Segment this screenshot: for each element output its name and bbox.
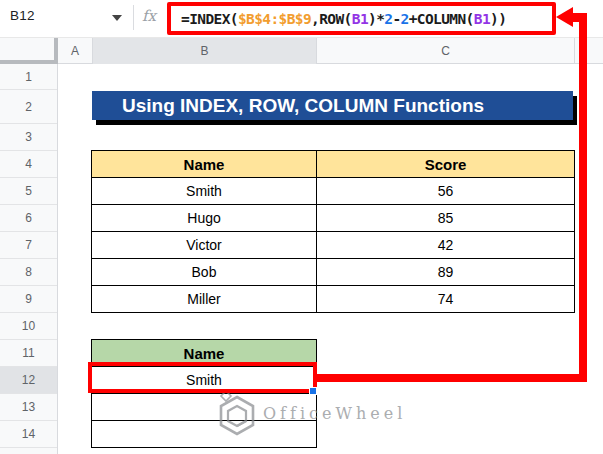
fill-handle[interactable]: [309, 387, 317, 395]
column-header-c[interactable]: C: [316, 38, 574, 64]
cell-c7[interactable]: 42: [317, 232, 575, 259]
fx-icon: fx: [142, 7, 156, 25]
row-header-11[interactable]: 11: [0, 340, 57, 367]
spreadsheet-app: B12 fx =INDEX($B$4:$B$9,ROW(B1)*2-2+COLU…: [0, 0, 603, 454]
row-header-14[interactable]: 14: [0, 421, 57, 448]
arrow-line-stub: [571, 13, 587, 22]
cell-b7[interactable]: Victor: [92, 232, 317, 259]
row-header-9[interactable]: 9: [0, 286, 57, 313]
row-header-15[interactable]: 15: [0, 448, 57, 454]
table-row: Smith 56: [92, 178, 575, 205]
row-header-13[interactable]: 13: [0, 394, 57, 421]
scores-table: Name Score Smith 56 Hugo 85 Victor 42 Bo…: [91, 150, 575, 313]
row-header-10[interactable]: 10: [0, 313, 57, 340]
cell-b5[interactable]: Smith: [92, 178, 317, 205]
formula-token: )*: [368, 11, 384, 27]
header-cell-score[interactable]: Score: [317, 151, 575, 178]
cell-b8[interactable]: Bob: [92, 259, 317, 286]
toolbar-divider: [133, 5, 134, 30]
row-header-4[interactable]: 4: [0, 151, 57, 178]
arrow-line-vertical: [579, 13, 587, 382]
cell-c8[interactable]: 89: [317, 259, 575, 286]
formula-token-number: 2: [401, 11, 409, 27]
arrow-line-horizontal: [313, 374, 587, 382]
table-row: [92, 421, 317, 448]
column-header-a[interactable]: A: [58, 38, 92, 64]
header-cell-name[interactable]: Name: [92, 151, 317, 178]
cell-b14[interactable]: [92, 421, 317, 448]
formula-token: -: [392, 11, 400, 27]
formula-token-ref: B1: [352, 11, 368, 27]
row-header-2[interactable]: 2: [0, 90, 57, 124]
cell-b6[interactable]: Hugo: [92, 205, 317, 232]
formula-token-ref: B1: [474, 11, 490, 27]
formula-token: ,ROW(: [311, 11, 352, 27]
arrow-head-icon: [556, 7, 573, 27]
row-header-3[interactable]: 3: [0, 124, 57, 151]
row-header-1[interactable]: 1: [0, 64, 57, 90]
name-box[interactable]: B12: [10, 8, 35, 23]
table-row: Hugo 85: [92, 205, 575, 232]
formula-token-range: $B$4:$B$9: [238, 11, 311, 27]
row-header-8[interactable]: 8: [0, 259, 57, 286]
table-row: Miller 74: [92, 286, 575, 313]
table-row: [92, 394, 317, 421]
formula-toolbar: B12 fx =INDEX($B$4:$B$9,ROW(B1)*2-2+COLU…: [0, 0, 603, 36]
table-header-row: Name Score: [92, 151, 575, 178]
cell-highlight-box: [88, 362, 317, 393]
column-header-strip: A B C: [0, 37, 603, 64]
table-row: Bob 89: [92, 259, 575, 286]
formula-token: +COLUMN(: [409, 11, 474, 27]
result-table: Name Smith: [91, 339, 317, 448]
column-header-b[interactable]: B: [92, 38, 316, 64]
select-all-corner[interactable]: [0, 38, 58, 64]
cell-b9[interactable]: Miller: [92, 286, 317, 313]
row-header-6[interactable]: 6: [0, 205, 57, 232]
formula-token: =INDEX(: [181, 11, 238, 27]
row-header-5[interactable]: 5: [0, 178, 57, 205]
title-banner-cell[interactable]: Using INDEX, ROW, COLUMN Functions: [92, 91, 573, 120]
row-header-7[interactable]: 7: [0, 232, 57, 259]
table-row: Victor 42: [92, 232, 575, 259]
cell-c9[interactable]: 74: [317, 286, 575, 313]
cell-b13[interactable]: [92, 394, 317, 421]
formula-token: )): [490, 11, 506, 27]
row-header-strip: 1 2 3 4 5 6 7 8 9 10 11 12 13 14 15: [0, 64, 58, 454]
cell-c6[interactable]: 85: [317, 205, 575, 232]
name-box-dropdown-icon[interactable]: [112, 15, 122, 21]
cell-c5[interactable]: 56: [317, 178, 575, 205]
row-header-12[interactable]: 12: [0, 367, 57, 394]
formula-input[interactable]: =INDEX($B$4:$B$9,ROW(B1)*2-2+COLUMN(B1)): [167, 2, 556, 35]
formula-text: =INDEX($B$4:$B$9,ROW(B1)*2-2+COLUMN(B1)): [181, 11, 506, 27]
